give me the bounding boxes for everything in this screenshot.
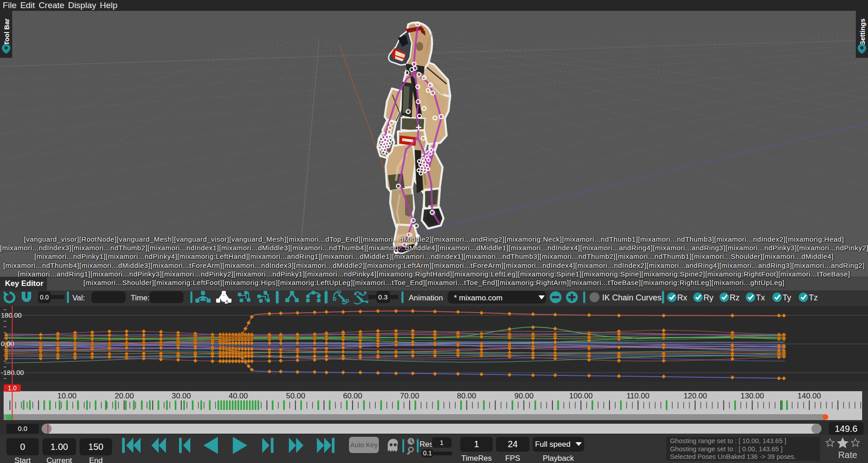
svg-text:Ty: Ty	[783, 293, 791, 302]
svg-text:Val:: Val:	[72, 294, 85, 302]
svg-text:* mixamo.com: * mixamo.com	[454, 294, 503, 302]
svg-text:40.00: 40.00	[229, 392, 248, 400]
svg-text:Rx: Rx	[677, 293, 687, 302]
svg-text:140.00: 140.00	[797, 392, 821, 400]
svg-text:30.00: 30.00	[172, 392, 191, 400]
svg-text:70.00: 70.00	[400, 392, 420, 400]
svg-text:Time:: Time:	[131, 294, 150, 302]
svg-text:Tx: Tx	[756, 293, 765, 302]
svg-text:80.00: 80.00	[457, 392, 476, 400]
svg-text:60.00: 60.00	[343, 392, 363, 400]
svg-text:90.00: 90.00	[514, 392, 534, 400]
svg-text:110.00: 110.00	[627, 392, 650, 400]
svg-text:130.00: 130.00	[741, 392, 764, 400]
svg-text:0.3: 0.3	[378, 293, 388, 301]
svg-text:Tz: Tz	[809, 293, 818, 302]
svg-text:Rz: Rz	[730, 293, 740, 302]
svg-text:10.00: 10.00	[57, 392, 77, 400]
svg-text:20.00: 20.00	[115, 392, 134, 400]
svg-text:100.00: 100.00	[569, 392, 593, 400]
svg-text:Animation: Animation	[409, 294, 443, 302]
svg-text:IK Chain Curves: IK Chain Curves	[602, 293, 661, 302]
svg-text:Ry: Ry	[703, 293, 713, 302]
svg-text:50.00: 50.00	[286, 392, 306, 400]
svg-text:120.00: 120.00	[684, 392, 707, 400]
svg-text:0.0: 0.0	[40, 294, 49, 301]
